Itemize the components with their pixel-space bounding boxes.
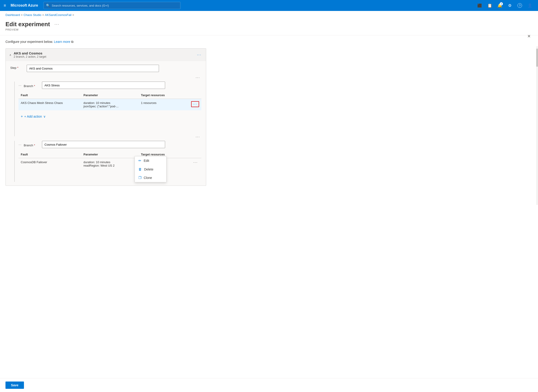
- main-content: Configure your experiment below. Learn m…: [0, 35, 538, 194]
- branch-1-fault-table: Fault Parameter Target resources AKS Cha…: [19, 92, 201, 110]
- breadcrumb-dashboard[interactable]: Dashboard: [5, 13, 20, 17]
- card-subtitle: 2 branch, 2 action, 2 target: [14, 55, 46, 58]
- save-button-bar: Save: [0, 378, 538, 392]
- external-link-icon: ⧉: [71, 40, 73, 43]
- context-menu-delete[interactable]: 🗑 Delete: [135, 165, 166, 173]
- table-row: AKS Chaos Mesh Stress Chaos duration: 10…: [19, 99, 201, 111]
- action-cell-2: ···: [180, 158, 201, 170]
- branch-2-input[interactable]: [42, 141, 165, 148]
- scroll-track: [536, 46, 538, 205]
- search-bar[interactable]: 🔍: [43, 2, 180, 9]
- param-cell-1: duration: 10 minutes jsonSpec: {"action"…: [81, 99, 139, 111]
- hamburger-icon[interactable]: ≡: [4, 3, 6, 8]
- delete-label: Delete: [144, 168, 153, 171]
- step-dots-row: ···: [10, 75, 201, 82]
- breadcrumb: Dashboard > Chaos Studio > AKSandCosmosF…: [0, 11, 538, 19]
- fault-col-header-1: Fault: [19, 92, 81, 99]
- breadcrumb-experiment[interactable]: AKSandCosmosFail: [45, 13, 71, 17]
- branch-1-input[interactable]: [42, 82, 165, 89]
- card-header: ∧ AKS and Cosmos 2 branch, 2 action, 2 t…: [6, 49, 206, 61]
- save-button[interactable]: Save: [5, 382, 24, 389]
- search-icon: 🔍: [46, 4, 50, 7]
- terminal-icon: ⬛: [477, 3, 482, 8]
- scroll-thumb[interactable]: [536, 49, 538, 67]
- card-more-button[interactable]: ···: [196, 52, 202, 58]
- context-menu-clone[interactable]: ❐ Clone: [135, 173, 166, 182]
- breadcrumb-sep-3: >: [72, 13, 74, 17]
- search-input[interactable]: [52, 4, 178, 7]
- page-header: Edit experiment ··· PREVIEW ✕: [0, 19, 538, 35]
- context-menu-edit[interactable]: ✏ Edit: [135, 156, 166, 165]
- learn-more-link[interactable]: Learn more: [54, 40, 70, 43]
- add-action-label: + Add action: [24, 115, 42, 118]
- edit-icon: ✏: [138, 159, 142, 163]
- row-more-button-1[interactable]: ···: [191, 101, 199, 107]
- notification-badge: 2: [500, 2, 503, 5]
- target-cell-1: 1 resources: [139, 99, 180, 111]
- breadcrumb-chaos-studio[interactable]: Chaos Studio: [24, 13, 41, 17]
- user-button[interactable]: 👤: [525, 1, 534, 10]
- clone-label: Clone: [144, 176, 152, 180]
- notification-button[interactable]: 🔔 2: [495, 1, 504, 10]
- delete-icon: 🗑: [138, 167, 142, 171]
- step-label: Step *: [10, 65, 24, 70]
- fault-cell-2: CosmosDB Failover: [19, 158, 81, 170]
- branch-1-section: — Branch * Fault Parameter Target res: [10, 82, 201, 136]
- card-title: AKS and Cosmos: [14, 51, 46, 55]
- param-cell-2: duration: 10 minutes readRegion: West US…: [81, 158, 139, 170]
- row-more-button-2[interactable]: ···: [192, 160, 199, 165]
- action-cell-1: ···: [180, 99, 201, 111]
- param-col-header-2: Parameter: [81, 151, 139, 158]
- branch-2-section: — Branch * Fault Parameter Target res: [10, 141, 201, 182]
- step-more-button[interactable]: ···: [194, 75, 201, 80]
- branch-1-label: Branch *: [24, 83, 40, 88]
- top-nav: ≡ Microsoft Azure 🔍 ⬛ 📋 🔔 2 ⚙ ? 👤: [0, 0, 538, 11]
- nav-icons: ⬛ 📋 🔔 2 ⚙ ? 👤: [475, 1, 534, 10]
- help-button[interactable]: ?: [515, 1, 524, 10]
- configure-text: Configure your experiment below. Learn m…: [5, 40, 533, 44]
- help-icon: ?: [518, 3, 522, 8]
- fault-cell-1: AKS Chaos Mesh Stress Chaos: [19, 99, 81, 111]
- step-input[interactable]: [27, 65, 159, 72]
- plus-icon: +: [21, 114, 23, 118]
- add-action-chevron: ∨: [43, 115, 46, 118]
- breadcrumb-sep-1: >: [21, 13, 23, 17]
- step-field-row: Step *: [10, 65, 201, 72]
- branch-2-label: Branch *: [24, 142, 40, 147]
- add-action-row: + + Add action ∨: [19, 113, 201, 120]
- context-menu: ✏ Edit 🗑 Delete ❐ Clone: [135, 156, 166, 182]
- feedback-button[interactable]: 📋: [485, 1, 494, 10]
- page-title: Edit experiment: [5, 21, 50, 28]
- feedback-icon: 📋: [487, 3, 492, 8]
- settings-icon: ⚙: [508, 3, 512, 8]
- settings-button[interactable]: ⚙: [505, 1, 514, 10]
- branch-2-fault-table: Fault Parameter Target resources CosmosD…: [19, 151, 201, 170]
- branch-2-field-row: — Branch *: [19, 141, 201, 148]
- add-action-button[interactable]: + + Add action ∨: [19, 113, 48, 120]
- experiment-card: ∧ AKS and Cosmos 2 branch, 2 action, 2 t…: [5, 48, 206, 186]
- param-col-header-1: Parameter: [81, 92, 139, 99]
- edit-label: Edit: [144, 159, 149, 163]
- branch-1-more-button[interactable]: ···: [194, 135, 201, 140]
- collapse-button[interactable]: ∧: [9, 53, 11, 56]
- user-icon: 👤: [528, 3, 532, 8]
- clone-icon: ❐: [138, 176, 142, 180]
- target-col-header-1: Target resources: [139, 92, 180, 99]
- azure-logo: Microsoft Azure: [11, 3, 38, 8]
- card-body: Step * ··· — Branch *: [6, 61, 206, 186]
- page-more-button[interactable]: ···: [53, 21, 61, 28]
- preview-badge: PREVIEW: [5, 28, 533, 32]
- terminal-button[interactable]: ⬛: [475, 1, 484, 10]
- breadcrumb-sep-2: >: [42, 13, 44, 17]
- table-row: CosmosDB Failover duration: 10 minutes r…: [19, 158, 201, 170]
- branch-1-field-row: — Branch *: [19, 82, 201, 89]
- fault-col-header-2: Fault: [19, 151, 81, 158]
